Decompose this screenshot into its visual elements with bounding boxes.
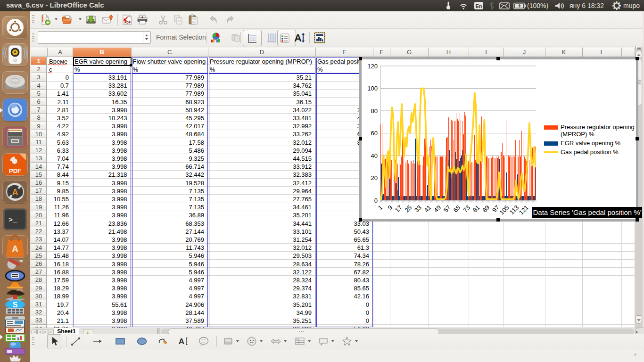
svg-text:A: A (294, 32, 302, 43)
svg-text:40: 40 (371, 152, 378, 159)
svg-text:>_: >_ (8, 216, 17, 224)
svg-text:80: 80 (371, 107, 378, 115)
svg-text:0: 0 (374, 197, 378, 204)
svg-text:EGR valve opening %: EGR valve opening % (561, 140, 621, 147)
svg-text:mupo: mupo (623, 2, 640, 9)
svg-text:100: 100 (367, 85, 378, 92)
svg-text:60: 60 (371, 130, 378, 137)
svg-text:120: 120 (367, 63, 378, 70)
svg-text:A: A (12, 188, 18, 197)
svg-text:A: A (12, 244, 18, 254)
svg-text:A: A (179, 337, 184, 346)
svg-text:PDF: PDF (9, 167, 21, 174)
svg-text:Gas pedal position %: Gas pedal position % (561, 148, 619, 156)
svg-text:(100%): (100%) (527, 2, 548, 9)
svg-text:20: 20 (371, 174, 378, 181)
svg-text:(MPROP) %: (MPROP) % (561, 131, 594, 138)
svg-text:PDF: PDF (124, 21, 131, 24)
svg-text:Pressure regulator opening: Pressure regulator opening (561, 123, 635, 131)
svg-text:En: En (475, 3, 482, 9)
svg-text:яну 6 18:32: яну 6 18:32 (570, 2, 604, 9)
